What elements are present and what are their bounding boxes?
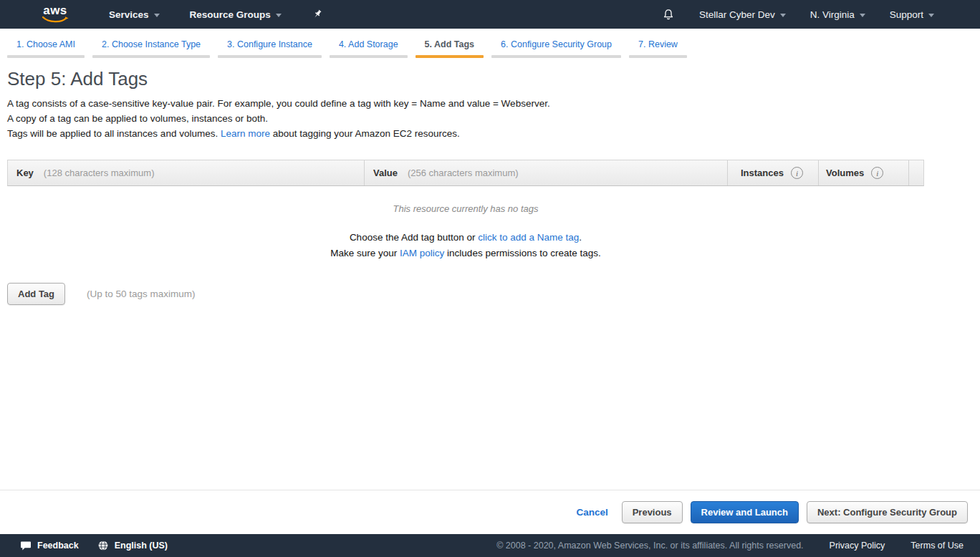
review-and-launch-button[interactable]: Review and Launch (691, 501, 799, 523)
top-nav: aws Services Resource Groups (0, 0, 980, 29)
nav-region-menu[interactable]: N. Virginia (810, 9, 865, 20)
nav-account-label: Stellar Cyber Dev (699, 9, 775, 20)
language-button[interactable]: English (US) (97, 540, 168, 551)
tab-underline (415, 55, 484, 58)
previous-button[interactable]: Previous (622, 501, 683, 523)
volumes-info-icon[interactable]: i (871, 167, 883, 179)
chevron-down-icon (780, 14, 786, 17)
empty-hint-line-2-pre: Make sure your (330, 248, 400, 258)
tab-underline (330, 55, 408, 58)
privacy-policy-link[interactable]: Privacy Policy (830, 541, 885, 551)
description-line-1: A tag consists of a case-sensitive key-v… (7, 96, 980, 111)
nav-support-label: Support (890, 9, 923, 20)
chevron-down-icon (928, 14, 934, 17)
volumes-column-label: Volumes (826, 168, 864, 178)
tab-add-tags[interactable]: 5. Add Tags (415, 36, 484, 58)
language-label: English (US) (115, 541, 168, 551)
nav-left: Services Resource Groups (109, 9, 323, 20)
column-header-value: Value (256 characters maximum) (365, 160, 727, 185)
nav-right: Stellar Cyber Dev N. Virginia Support (662, 8, 934, 21)
description-line-3: Tags will be applied to all instances an… (7, 126, 980, 141)
tab-label: 7. Review (629, 36, 687, 55)
column-divider (908, 160, 909, 185)
learn-more-link[interactable]: Learn more (221, 128, 270, 139)
description-line-3-post: about tagging your Amazon EC2 resources. (270, 128, 460, 139)
chevron-down-icon (154, 14, 160, 17)
tab-label: 2. Choose Instance Type (92, 36, 210, 55)
globe-icon (97, 540, 109, 551)
tab-underline (7, 55, 85, 58)
nav-region-label: N. Virginia (810, 9, 855, 20)
main-content: Step 5: Add Tags A tag consists of a cas… (0, 58, 980, 305)
page-footer: Feedback English (US) © 2008 - 2020, Ama… (0, 534, 980, 557)
column-header-key: Key (128 characters maximum) (8, 160, 364, 185)
key-column-label: Key (16, 168, 34, 178)
footer-right: © 2008 - 2020, Amazon Web Services, Inc.… (496, 541, 964, 551)
empty-hint-line-2: Make sure your IAM policy includes permi… (7, 246, 924, 261)
tab-review[interactable]: 7. Review (629, 36, 687, 58)
tab-label: 6. Configure Security Group (491, 36, 621, 55)
chevron-down-icon (860, 14, 865, 17)
copyright-text: © 2008 - 2020, Amazon Web Services, Inc.… (496, 541, 803, 551)
next-configure-security-group-button[interactable]: Next: Configure Security Group (807, 501, 968, 523)
empty-hint-line-2-post: includes permissions to create tags. (444, 248, 600, 258)
key-column-hint: (128 characters maximum) (44, 168, 155, 178)
nav-resource-groups-label: Resource Groups (190, 9, 271, 20)
tab-label: 3. Configure Instance (218, 36, 322, 55)
instances-column-label: Instances (741, 168, 784, 178)
empty-hint-line-1: Choose the Add tag button or click to ad… (7, 230, 924, 246)
column-header-volumes: Volumes i (819, 160, 908, 185)
tab-label: 4. Add Storage (330, 36, 408, 55)
tags-empty-state: This resource currently has no tags Choo… (7, 203, 924, 261)
add-tag-button[interactable]: Add Tag (7, 283, 65, 305)
tab-configure-instance[interactable]: 3. Configure Instance (218, 36, 322, 58)
description-line-2: A copy of a tag can be applied to volume… (7, 111, 980, 126)
nav-support-menu[interactable]: Support (890, 9, 934, 20)
cancel-link[interactable]: Cancel (576, 507, 607, 518)
speech-bubble-icon (20, 541, 32, 551)
column-header-instances: Instances i (728, 160, 818, 185)
feedback-label: Feedback (37, 541, 79, 551)
terms-of-use-link[interactable]: Terms of Use (911, 541, 964, 551)
tab-label: 1. Choose AMI (7, 36, 85, 55)
iam-policy-link[interactable]: IAM policy (400, 248, 444, 258)
value-column-hint: (256 characters maximum) (408, 168, 519, 178)
feedback-button[interactable]: Feedback (20, 541, 79, 551)
nav-services-label: Services (109, 9, 149, 20)
tab-underline (92, 55, 210, 58)
page-description: A tag consists of a case-sensitive key-v… (7, 96, 980, 141)
empty-hint-line-1-pre: Choose the Add tag button or (350, 232, 478, 243)
aws-logo-text: aws (43, 5, 67, 16)
aws-smile-icon (42, 16, 69, 24)
pin-icon[interactable] (312, 9, 323, 20)
tab-underline (491, 55, 621, 58)
instances-info-icon[interactable]: i (791, 167, 803, 179)
aws-logo[interactable]: aws (42, 5, 69, 24)
footer-left: Feedback English (US) (20, 540, 168, 551)
tab-underline (218, 55, 322, 58)
tags-table-header: Key (128 characters maximum) Value (256 … (7, 160, 924, 186)
wizard-tabbar: 1. Choose AMI 2. Choose Instance Type 3.… (0, 29, 980, 58)
nav-services[interactable]: Services (109, 9, 160, 20)
tab-label: 5. Add Tags (415, 36, 484, 55)
tab-configure-security-group[interactable]: 6. Configure Security Group (491, 36, 621, 58)
value-column-label: Value (373, 168, 398, 178)
page-title: Step 5: Add Tags (7, 68, 980, 90)
nav-account-menu[interactable]: Stellar Cyber Dev (699, 9, 786, 20)
chevron-down-icon (276, 14, 282, 17)
wizard-action-bar: Cancel Previous Review and Launch Next: … (0, 490, 980, 534)
description-line-3-pre: Tags will be applied to all instances an… (7, 128, 221, 139)
bell-icon[interactable] (662, 8, 675, 21)
add-name-tag-link[interactable]: click to add a Name tag (478, 232, 579, 243)
add-tag-hint: (Up to 50 tags maximum) (87, 289, 196, 299)
tab-add-storage[interactable]: 4. Add Storage (330, 36, 408, 58)
add-tag-row: Add Tag (Up to 50 tags maximum) (7, 283, 980, 305)
empty-hint-line-1-post: . (579, 232, 582, 243)
tab-underline (629, 55, 687, 58)
nav-resource-groups[interactable]: Resource Groups (190, 9, 282, 20)
no-tags-message: This resource currently has no tags (7, 203, 924, 214)
tab-choose-instance-type[interactable]: 2. Choose Instance Type (92, 36, 210, 58)
tab-choose-ami[interactable]: 1. Choose AMI (7, 36, 85, 58)
